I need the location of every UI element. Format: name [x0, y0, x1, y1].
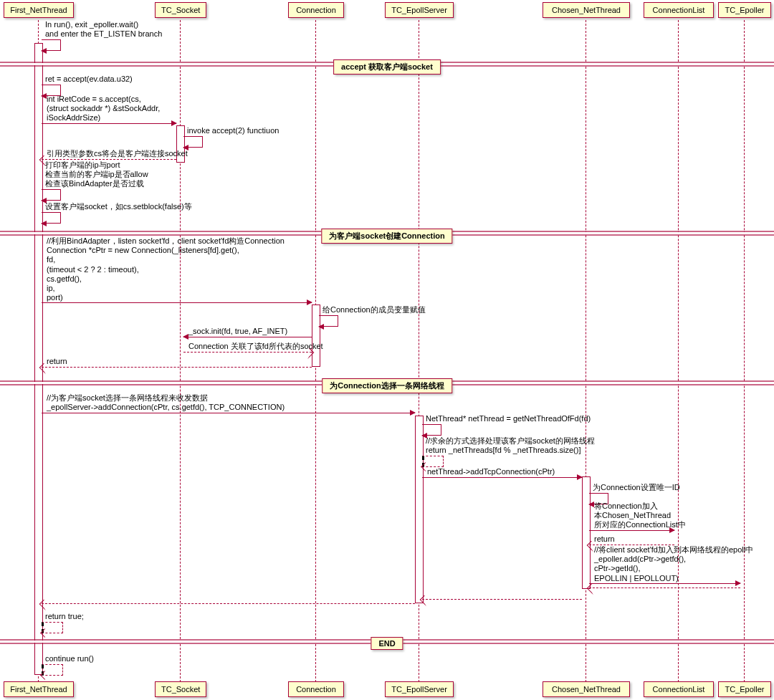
participant-socket: TC_Socket: [155, 681, 206, 697]
participant-first: First_NetThread: [4, 681, 74, 697]
self-message: [42, 664, 63, 676]
participant-conn: Connection: [288, 2, 344, 18]
self-message: [42, 189, 61, 201]
participant-conn: Connection: [288, 681, 344, 697]
activation-first: [34, 43, 43, 675]
self-message: [42, 622, 63, 633]
participant-clist: ConnectionList: [644, 2, 714, 18]
participant-chosen: Chosen_NetThread: [543, 681, 630, 697]
self-message: [183, 136, 203, 148]
participant-epollsrv: TC_EpollServer: [385, 2, 454, 18]
participant-epollsrv: TC_EpollServer: [385, 681, 454, 697]
participant-chosen: Chosen_NetThread: [543, 2, 630, 18]
activation-epollsrv: [415, 416, 424, 603]
activation-conn: [312, 305, 320, 367]
participant-epoller: TC_Epoller: [718, 2, 771, 18]
self-message: [422, 424, 441, 436]
participant-socket: TC_Socket: [155, 2, 206, 18]
self-message: [42, 39, 61, 51]
self-message: [42, 212, 61, 224]
self-message: [422, 456, 444, 467]
participant-first: First_NetThread: [4, 2, 74, 18]
participant-clist: ConnectionList: [644, 681, 714, 697]
self-message: [319, 315, 338, 327]
participant-epoller: TC_Epoller: [718, 681, 771, 697]
